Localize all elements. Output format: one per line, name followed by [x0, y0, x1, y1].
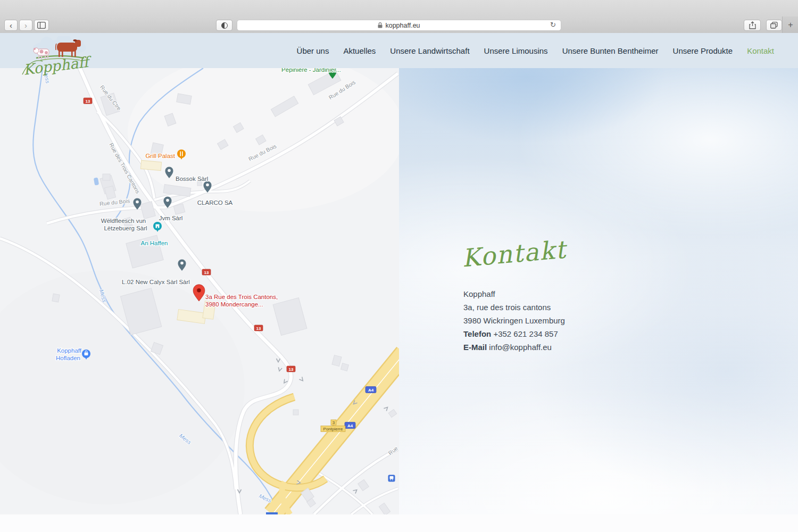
- svg-text:13: 13: [204, 270, 209, 275]
- svg-text:Pontpierre: Pontpierre: [323, 427, 343, 431]
- svg-text:13: 13: [289, 367, 294, 372]
- email-address[interactable]: info@kopphaff.eu: [489, 343, 552, 352]
- nav-kontakt[interactable]: Kontakt: [747, 46, 774, 55]
- svg-text:A4: A4: [368, 388, 374, 393]
- small-cow: [34, 48, 49, 59]
- svg-text:A4: A4: [347, 423, 353, 428]
- privacy-report-button[interactable]: [216, 20, 232, 31]
- weldfleesch-label-2[interactable]: Lëtzebuerg Sàrl: [104, 225, 147, 231]
- map-attribution-fragment: [266, 512, 278, 514]
- nav-unsere-produkte[interactable]: Unsere Produkte: [673, 46, 733, 55]
- new-calyx-label[interactable]: L.02 New Calyx Sàrl Sàrl: [122, 279, 190, 285]
- sidebar-toggle-button[interactable]: [34, 20, 49, 31]
- contact-address-line1: 3a, rue des trois cantons: [463, 301, 565, 314]
- phone-number: +352 621 234 857: [493, 329, 558, 338]
- tabs-icon: [770, 22, 778, 29]
- kopphaff-hofladen-label-1[interactable]: Kopphaff: [57, 347, 82, 354]
- contact-address-line2: 3980 Wickringen Luxemburg: [463, 314, 565, 327]
- main-navigation: Über uns Aktuelles Unsere Landwirtschaft…: [297, 33, 774, 68]
- logo-wordmark: Kopphaff: [22, 53, 93, 78]
- contact-heading: Kontakt: [461, 235, 568, 273]
- an-haffen-label[interactable]: An Haffen: [141, 240, 168, 246]
- contact-section: Kontakt Kopphaff 3a, rue des trois canto…: [399, 68, 798, 514]
- forward-button[interactable]: ›: [19, 20, 32, 31]
- logo-cows-illustration: Kopphaff: [20, 36, 100, 79]
- share-button[interactable]: [744, 20, 761, 31]
- grill-palast-label[interactable]: Grill Palast: [145, 153, 175, 159]
- pepiniere-label[interactable]: Pépinière - Jardinier...: [281, 68, 341, 73]
- back-button[interactable]: ‹: [4, 20, 18, 31]
- privacy-shield-icon: [221, 22, 228, 29]
- site-header: Über uns Aktuelles Unsere Landwirtschaft…: [0, 33, 798, 68]
- svg-text:13: 13: [256, 326, 261, 331]
- marker-address-line2[interactable]: 3980 Mondercange...: [205, 301, 263, 307]
- clarco-label[interactable]: CLARCO SA: [197, 200, 233, 206]
- phone-label: Telefon: [463, 329, 491, 338]
- bossok-label[interactable]: Bossok Sàrl: [176, 176, 208, 182]
- nav-unsere-landwirtschaft[interactable]: Unsere Landwirtschaft: [390, 46, 469, 55]
- jvm-label[interactable]: Jvm Sàrl: [159, 215, 183, 221]
- share-icon: [749, 21, 756, 29]
- address-bar[interactable]: kopphaff.eu ↻: [237, 20, 561, 31]
- weldfleesch-label-1[interactable]: Wëldfleesch vun: [101, 218, 146, 224]
- contact-email-row: E-Mail info@kopphaff.eu: [463, 340, 565, 354]
- nav-unsere-bunten-bentheimer[interactable]: Unsere Bunten Bentheimer: [562, 46, 659, 55]
- contact-phone-row: Telefon +352 621 234 857: [463, 327, 565, 340]
- lock-icon: [378, 22, 383, 28]
- svg-text:3: 3: [332, 420, 335, 425]
- new-tab-button[interactable]: +: [782, 16, 798, 33]
- url-text: kopphaff.eu: [385, 22, 420, 29]
- tab-overview-button[interactable]: [766, 20, 782, 31]
- kopphaff-hofladen-label-2[interactable]: Hofladen: [56, 355, 80, 361]
- site-logo[interactable]: Kopphaff: [20, 36, 100, 79]
- nav-unsere-limousins[interactable]: Unsere Limousins: [484, 46, 548, 55]
- svg-text:13: 13: [86, 99, 90, 104]
- email-label: E-Mail: [463, 343, 487, 352]
- browser-toolbar: ‹ › kopphaff.eu ↻ +: [0, 0, 798, 34]
- contact-details: Kopphaff 3a, rue des trois cantons 3980 …: [463, 287, 565, 354]
- sidebar-icon: [37, 22, 46, 29]
- transit-station-icon[interactable]: [388, 475, 395, 482]
- marker-address-line1[interactable]: 3a Rue des Trois Cantons,: [205, 294, 278, 300]
- nav-aktuelles[interactable]: Aktuelles: [343, 46, 376, 55]
- reload-button[interactable]: ↻: [550, 21, 556, 29]
- contact-company: Kopphaff: [463, 287, 565, 301]
- nav-ueber-uns[interactable]: Über uns: [297, 46, 329, 55]
- google-map-embed[interactable]: Rue du Ctre Rue des Trois Cantons Rue du…: [0, 68, 399, 514]
- page-content: Rue du Ctre Rue des Trois Cantons Rue du…: [0, 68, 798, 514]
